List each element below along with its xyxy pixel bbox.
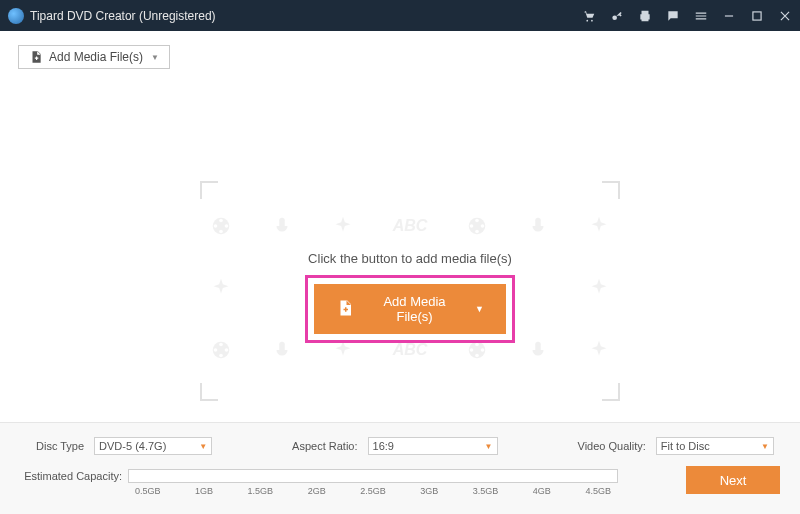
tick: 1.5GB xyxy=(248,486,274,496)
bottom-bar: Disc Type DVD-5 (4.7G) ▼ Aspect Ratio: 1… xyxy=(0,422,800,514)
ghost-row: ABC xyxy=(210,215,610,237)
film-icon xyxy=(210,215,232,237)
mic-icon xyxy=(271,339,293,361)
sparkle-icon xyxy=(332,215,354,237)
film-icon xyxy=(466,215,488,237)
aspect-ratio-label: Aspect Ratio: xyxy=(292,440,357,452)
svg-point-21 xyxy=(219,354,223,358)
svg-point-26 xyxy=(481,348,485,352)
next-button[interactable]: Next xyxy=(686,466,780,494)
app-logo: Tipard DVD Creator (Unregistered) xyxy=(8,8,216,24)
chevron-down-icon: ▼ xyxy=(475,304,484,314)
svg-point-24 xyxy=(475,343,479,347)
capacity-track: 0.5GB 1GB 1.5GB 2GB 2.5GB 3GB 3.5GB 4GB … xyxy=(128,469,618,483)
video-quality-select[interactable]: Fit to Disc ▼ xyxy=(656,437,774,455)
abc-label: ABC xyxy=(393,341,428,359)
next-label: Next xyxy=(720,473,747,488)
mic-icon xyxy=(271,215,293,237)
mic-icon xyxy=(527,215,549,237)
add-file-icon xyxy=(29,50,43,64)
svg-point-19 xyxy=(214,348,218,352)
abc-label: ABC xyxy=(393,217,428,235)
dropzone: ABC ABC Click the button to add media fi… xyxy=(200,181,620,401)
video-quality-value: Fit to Disc xyxy=(661,440,710,452)
capacity-ticks: 0.5GB 1GB 1.5GB 2GB 2.5GB 3GB 3.5GB 4GB … xyxy=(129,486,617,496)
titlebar: Tipard DVD Creator (Unregistered) xyxy=(0,0,800,31)
sparkle-icon xyxy=(210,277,232,299)
tick: 1GB xyxy=(195,486,213,496)
dropzone-prompt: Click the button to add media file(s) xyxy=(200,251,620,266)
app-title: Tipard DVD Creator (Unregistered) xyxy=(30,9,216,23)
svg-point-2 xyxy=(612,15,617,20)
add-file-icon xyxy=(336,299,354,320)
svg-point-20 xyxy=(225,348,229,352)
add-media-big-button[interactable]: Add Media File(s) ▼ xyxy=(314,284,506,334)
corner-decor xyxy=(602,181,620,199)
maximize-icon[interactable] xyxy=(750,9,764,23)
add-media-big-label: Add Media File(s) xyxy=(364,294,465,324)
svg-point-18 xyxy=(219,343,223,347)
svg-point-25 xyxy=(470,348,474,352)
svg-point-12 xyxy=(475,219,479,223)
options-row: Disc Type DVD-5 (4.7G) ▼ Aspect Ratio: 1… xyxy=(18,437,782,455)
tick: 4.5GB xyxy=(585,486,611,496)
chevron-down-icon: ▼ xyxy=(151,53,159,62)
disc-type-value: DVD-5 (4.7G) xyxy=(99,440,166,452)
svg-rect-3 xyxy=(725,15,733,16)
svg-point-15 xyxy=(475,230,479,234)
titlebar-actions xyxy=(582,9,792,23)
capacity-label: Estimated Capacity: xyxy=(18,470,128,482)
disc-type-label: Disc Type xyxy=(36,440,84,452)
tick: 4GB xyxy=(533,486,551,496)
tick: 2.5GB xyxy=(360,486,386,496)
capacity-row: Estimated Capacity: 0.5GB 1GB 1.5GB 2GB … xyxy=(18,469,782,483)
cart-icon[interactable] xyxy=(582,9,596,23)
highlight-frame: Add Media File(s) ▼ xyxy=(305,275,515,343)
svg-point-7 xyxy=(214,224,218,228)
add-media-button[interactable]: Add Media File(s) ▼ xyxy=(18,45,170,69)
svg-point-9 xyxy=(219,230,223,234)
svg-rect-4 xyxy=(753,11,761,19)
tick: 2GB xyxy=(308,486,326,496)
print-icon[interactable] xyxy=(638,9,652,23)
corner-decor xyxy=(200,181,218,199)
sparkle-icon xyxy=(588,215,610,237)
aspect-ratio-value: 16:9 xyxy=(373,440,394,452)
svg-point-14 xyxy=(481,224,485,228)
main-area: Add Media File(s) ▼ ABC ABC xyxy=(0,31,800,422)
svg-point-0 xyxy=(586,19,588,21)
minimize-icon[interactable] xyxy=(722,9,736,23)
svg-point-13 xyxy=(470,224,474,228)
video-quality-label: Video Quality: xyxy=(578,440,646,452)
chevron-down-icon: ▼ xyxy=(199,442,207,451)
svg-point-1 xyxy=(591,19,593,21)
disc-type-select[interactable]: DVD-5 (4.7G) ▼ xyxy=(94,437,212,455)
tick: 0.5GB xyxy=(135,486,161,496)
film-icon xyxy=(210,339,232,361)
sparkle-icon xyxy=(588,277,610,299)
chevron-down-icon: ▼ xyxy=(761,442,769,451)
svg-point-6 xyxy=(219,219,223,223)
sparkle-icon xyxy=(588,339,610,361)
svg-point-27 xyxy=(475,354,479,358)
logo-icon xyxy=(8,8,24,24)
svg-point-8 xyxy=(225,224,229,228)
tick: 3GB xyxy=(420,486,438,496)
corner-decor xyxy=(602,383,620,401)
close-icon[interactable] xyxy=(778,9,792,23)
chevron-down-icon: ▼ xyxy=(485,442,493,451)
corner-decor xyxy=(200,383,218,401)
aspect-ratio-select[interactable]: 16:9 ▼ xyxy=(368,437,498,455)
add-media-label: Add Media File(s) xyxy=(49,50,143,64)
menu-icon[interactable] xyxy=(694,9,708,23)
chat-icon[interactable] xyxy=(666,9,680,23)
key-icon[interactable] xyxy=(610,9,624,23)
tick: 3.5GB xyxy=(473,486,499,496)
mic-icon xyxy=(527,339,549,361)
